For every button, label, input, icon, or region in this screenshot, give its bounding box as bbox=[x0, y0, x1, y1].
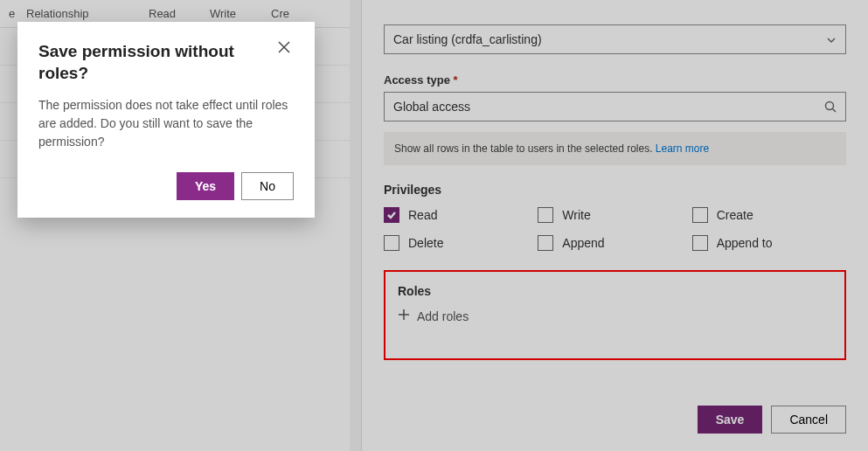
no-button[interactable]: No bbox=[241, 172, 294, 200]
close-icon[interactable] bbox=[278, 41, 294, 57]
dialog-footer: Yes No bbox=[38, 172, 294, 200]
dialog-title: Save permission without roles? bbox=[38, 41, 278, 84]
yes-button[interactable]: Yes bbox=[177, 172, 234, 200]
dialog-body: The permission does not take effect unti… bbox=[38, 96, 294, 151]
confirm-dialog: Save permission without roles? The permi… bbox=[17, 22, 315, 218]
